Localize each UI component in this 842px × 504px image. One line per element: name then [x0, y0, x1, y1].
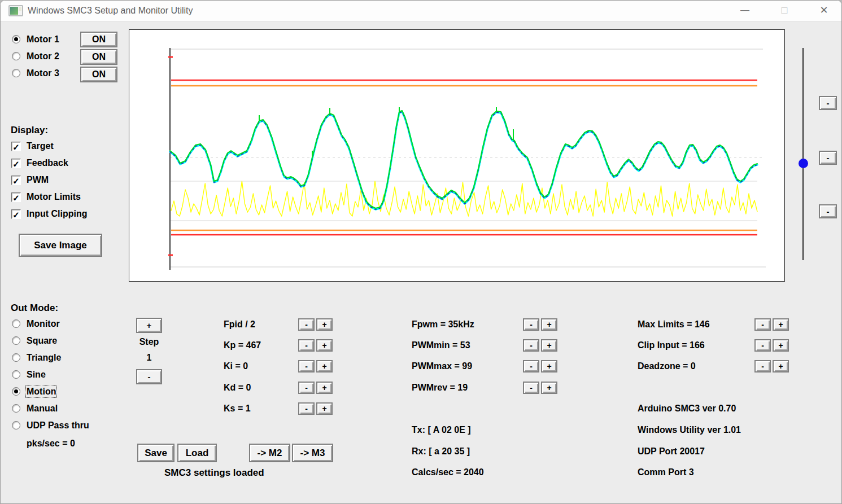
- motor-3-radio[interactable]: [12, 69, 20, 77]
- ks-plus-button[interactable]: +: [316, 402, 333, 415]
- scale-slider-track[interactable]: [802, 48, 804, 260]
- motor-3-on-button[interactable]: ON: [80, 67, 117, 82]
- title-bar: Windows SMC3 Setup and Monitor Utility —…: [1, 1, 841, 21]
- radio-manual-label: Manual: [27, 404, 58, 414]
- checkbox-target[interactable]: ✓: [11, 142, 21, 151]
- pwmrev-minus-button[interactable]: -: [523, 382, 539, 394]
- pks-per-sec-label: pks/sec = 0: [27, 439, 75, 449]
- motor-2-label: Motor 2: [27, 51, 59, 62]
- kd-minus-button[interactable]: -: [298, 382, 315, 394]
- radio-dot: [14, 37, 18, 41]
- pwmrev-plus-button[interactable]: +: [541, 382, 557, 394]
- checkbox-tick-icon: ✓: [12, 210, 20, 220]
- ki-minus-button[interactable]: -: [298, 360, 315, 372]
- deadzone-plus-button[interactable]: +: [773, 360, 789, 372]
- step-label: Step: [136, 337, 162, 347]
- pwmmin-minus-button[interactable]: -: [523, 339, 539, 352]
- kd-plus-button[interactable]: +: [316, 382, 333, 394]
- radio-manual[interactable]: [12, 404, 20, 413]
- radio-triangle[interactable]: [12, 353, 20, 362]
- motor-1-on-button[interactable]: ON: [80, 32, 117, 47]
- radio-sine[interactable]: [12, 370, 20, 379]
- motor-2-on-button[interactable]: ON: [80, 49, 117, 65]
- radio-square[interactable]: [12, 336, 20, 345]
- arduino-version-text: Arduino SMC3 ver 0.70: [638, 404, 736, 414]
- radio-dot: [14, 389, 18, 393]
- scale-slider-thumb[interactable]: [799, 159, 808, 168]
- checkbox-motor-limits[interactable]: ✓: [11, 192, 21, 202]
- motor-2-radio[interactable]: [12, 52, 20, 60]
- max-limits-plus-button[interactable]: +: [773, 318, 789, 331]
- app-icon: [8, 5, 23, 16]
- app-window: Windows SMC3 Setup and Monitor Utility —…: [0, 0, 842, 504]
- comm-port-text: Comm Port 3: [638, 467, 694, 477]
- kp-minus-button[interactable]: -: [298, 339, 315, 352]
- save-image-button[interactable]: Save Image: [19, 234, 102, 257]
- checkbox-feedback[interactable]: ✓: [11, 159, 21, 168]
- deadzone-label: Deadzone = 0: [638, 361, 696, 371]
- step-plus-button[interactable]: +: [136, 318, 162, 333]
- pwmrev-label: PWMrev = 19: [412, 383, 468, 393]
- pwmmin-plus-button[interactable]: +: [541, 339, 557, 352]
- rx-text: Rx: [ a 20 35 ]: [412, 446, 470, 457]
- calcs-per-sec-text: Calcs/sec = 2040: [412, 467, 484, 477]
- max-limits-minus-button[interactable]: -: [754, 318, 771, 331]
- radio-square-label: Square: [27, 336, 57, 346]
- fpwm-plus-button[interactable]: +: [541, 318, 557, 331]
- kd-label: Kd = 0: [224, 383, 251, 393]
- to-m2-button[interactable]: -> M2: [249, 444, 290, 462]
- fpid-minus-button[interactable]: -: [298, 318, 315, 331]
- pwmmax-minus-button[interactable]: -: [523, 360, 539, 372]
- deadzone-minus-button[interactable]: -: [754, 360, 771, 372]
- ks-minus-button[interactable]: -: [298, 402, 315, 415]
- waveform-chart: [129, 29, 785, 282]
- checkbox-input-clipping[interactable]: ✓: [11, 209, 21, 219]
- clip-input-plus-button[interactable]: +: [773, 339, 789, 352]
- pwmmax-label: PWMmax = 99: [412, 361, 472, 371]
- display-heading: Display:: [11, 125, 48, 136]
- checkbox-feedback-label: Feedback: [27, 158, 68, 168]
- load-button[interactable]: Load: [177, 444, 217, 462]
- settings-status-text: SMC3 settings loaded: [164, 467, 264, 479]
- fpwm-label: Fpwm = 35kHz: [412, 319, 474, 330]
- radio-udp-pass-thru-label: UDP Pass thru: [27, 420, 89, 431]
- pwmmax-plus-button[interactable]: +: [541, 360, 557, 372]
- checkbox-tick-icon: ✓: [12, 159, 20, 169]
- ki-plus-button[interactable]: +: [316, 360, 333, 372]
- save-button[interactable]: Save: [137, 444, 174, 462]
- scale-upper-minus-button[interactable]: -: [819, 96, 837, 110]
- ks-label: Ks = 1: [224, 404, 251, 414]
- fpid-plus-button[interactable]: +: [316, 318, 333, 331]
- step-value: 1: [136, 353, 162, 363]
- radio-motion[interactable]: [12, 387, 20, 396]
- fpid-label: Fpid / 2: [224, 319, 255, 330]
- clip-input-minus-button[interactable]: -: [754, 339, 771, 352]
- clip-input-label: Clip Input = 166: [638, 340, 705, 350]
- scale-middle-minus-button[interactable]: -: [819, 151, 837, 165]
- minimize-icon[interactable]: —: [732, 1, 757, 21]
- radio-udp-pass-thru[interactable]: [12, 421, 20, 430]
- checkbox-pwm[interactable]: ✓: [11, 176, 21, 185]
- checkbox-input-clipping-label: Input Clipping: [27, 209, 88, 219]
- motor-1-radio[interactable]: [12, 35, 20, 43]
- close-icon[interactable]: ✕: [812, 1, 836, 21]
- waveform-svg: [129, 30, 784, 281]
- radio-sine-label: Sine: [27, 370, 46, 380]
- motor-3-label: Motor 3: [27, 68, 59, 78]
- ki-label: Ki = 0: [224, 361, 248, 371]
- pwmmin-label: PWMmin = 53: [412, 340, 470, 350]
- window-title: Windows SMC3 Setup and Monitor Utility: [28, 1, 193, 21]
- scale-lower-minus-button[interactable]: -: [819, 204, 837, 218]
- out-mode-heading: Out Mode:: [11, 303, 58, 314]
- fpwm-minus-button[interactable]: -: [523, 318, 539, 331]
- checkbox-tick-icon: ✓: [12, 142, 20, 152]
- to-m3-button[interactable]: -> M3: [292, 444, 333, 462]
- kp-plus-button[interactable]: +: [316, 339, 333, 352]
- step-minus-button[interactable]: -: [136, 369, 162, 384]
- radio-monitor[interactable]: [12, 319, 20, 328]
- motor-1-label: Motor 1: [27, 34, 59, 45]
- utility-version-text: Windows Utility ver 1.01: [638, 425, 741, 435]
- radio-monitor-label: Monitor: [27, 319, 60, 329]
- maximize-icon[interactable]: □: [772, 1, 797, 21]
- tx-text: Tx: [ A 02 0E ]: [412, 425, 471, 435]
